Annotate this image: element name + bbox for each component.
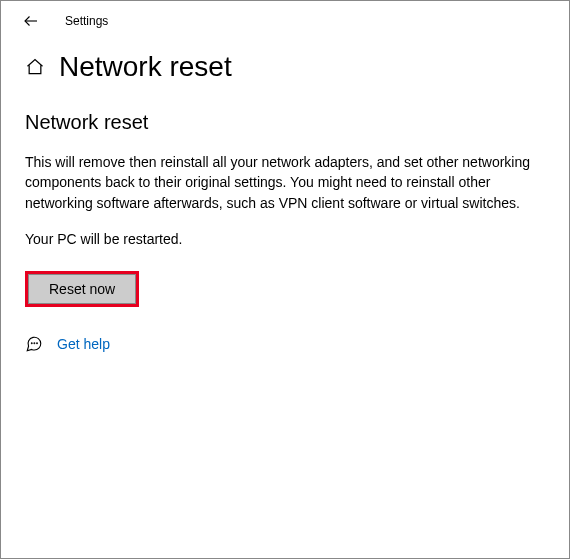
help-row: Get help bbox=[25, 335, 545, 353]
restart-note: Your PC will be restarted. bbox=[25, 231, 545, 247]
page-header: Network reset bbox=[1, 35, 569, 91]
section-title: Network reset bbox=[25, 111, 545, 134]
back-button[interactable] bbox=[21, 11, 41, 31]
svg-point-3 bbox=[37, 343, 38, 344]
arrow-left-icon bbox=[22, 12, 40, 30]
svg-point-1 bbox=[31, 343, 32, 344]
page-title: Network reset bbox=[59, 51, 232, 83]
get-help-link[interactable]: Get help bbox=[57, 336, 110, 352]
help-icon bbox=[25, 335, 43, 353]
content: Network reset This will remove then rein… bbox=[1, 91, 569, 373]
reset-button-highlight: Reset now bbox=[25, 271, 139, 307]
svg-point-2 bbox=[34, 343, 35, 344]
app-title: Settings bbox=[65, 14, 108, 28]
reset-now-button[interactable]: Reset now bbox=[28, 274, 136, 304]
description-text: This will remove then reinstall all your… bbox=[25, 152, 535, 213]
topbar: Settings bbox=[1, 1, 569, 35]
home-icon[interactable] bbox=[25, 57, 45, 77]
